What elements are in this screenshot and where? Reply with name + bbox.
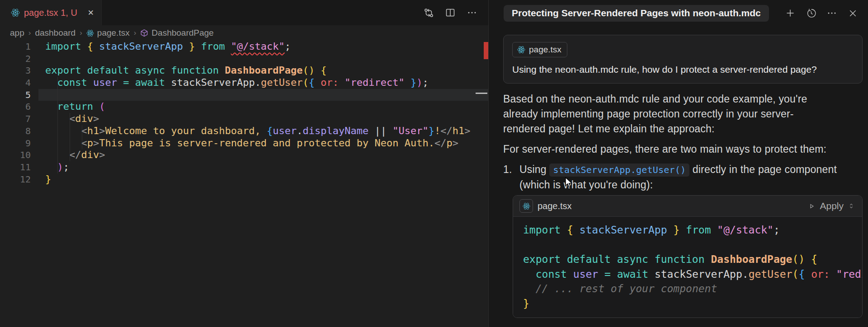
line-number: 2 (0, 53, 31, 65)
code-line[interactable]: <div> (38, 113, 488, 125)
close-panel-icon[interactable] (844, 5, 861, 21)
open-changes-icon[interactable] (421, 5, 436, 20)
code-block-filename: page.tsx (538, 201, 572, 211)
breadcrumb-item-app[interactable]: app (10, 28, 24, 38)
chat-header-icons (782, 5, 861, 21)
line-number: 9 (0, 137, 31, 149)
chat-header: Protecting Server-Rendered Pages with ne… (489, 0, 868, 26)
editor-actions (421, 0, 488, 25)
chat-title-tab[interactable]: Protecting Server-Rendered Pages with ne… (504, 5, 769, 22)
answer-text: Using (519, 164, 549, 175)
indent-guide (70, 113, 70, 161)
code-line: // ... rest of your component (523, 281, 862, 296)
code-line[interactable]: import { stackServerApp } from "@/stack"… (38, 41, 488, 53)
chat-code-block: page.tsx Apply import { stackServerApp }… (513, 195, 863, 318)
tab-label: page.tsx 1, U (24, 8, 77, 18)
line-number: 6 (0, 101, 31, 113)
breadcrumb-item-page-tsx[interactable]: page.tsx (86, 28, 130, 38)
list-line: (which is what you're doing): (519, 178, 837, 192)
react-icon (86, 29, 94, 37)
line-number: 11 (0, 161, 31, 173)
code-line[interactable]: <h1>Welcome to your dashboard, {user.dis… (38, 125, 488, 137)
code-line[interactable]: </div> (38, 149, 488, 161)
code-line[interactable]: ); (38, 161, 488, 173)
tab-bar: page.tsx 1, U ✕ (0, 0, 488, 25)
answer-text: directly in the page component (689, 164, 837, 175)
indent-guide (57, 77, 58, 173)
line-number: 12 (0, 173, 31, 186)
code-line: export default async function DashboardP… (523, 252, 862, 267)
code-line[interactable]: export default async function DashboardP… (38, 65, 488, 77)
app-window: page.tsx 1, U ✕ (0, 0, 868, 327)
line-number: 1 (0, 41, 31, 53)
breadcrumb-separator: › (134, 28, 137, 37)
answer-text: (which is what you're doing): (519, 179, 653, 191)
code-line (523, 238, 862, 252)
more-options-icon[interactable] (824, 5, 840, 21)
react-icon (523, 202, 530, 210)
breadcrumb-label: DashboardPage (151, 28, 213, 38)
overview-ruler-cursor-marker (476, 93, 487, 94)
code-line: const user = await stackServerApp.getUse… (523, 267, 862, 282)
breadcrumb-label: page.tsx (97, 28, 130, 38)
answer-paragraph: For server-rendered pages, there are two… (503, 142, 863, 157)
tab-page-tsx[interactable]: page.tsx 1, U ✕ (0, 0, 102, 25)
breadcrumb-separator: › (28, 28, 31, 37)
code-line[interactable]: <p>This page is server-rendered and prot… (38, 137, 488, 149)
code-line[interactable] (38, 53, 488, 65)
list-number: 1. (503, 162, 519, 192)
apply-button[interactable]: Apply (808, 201, 855, 211)
tab-close-icon[interactable]: ✕ (88, 8, 94, 18)
react-icon (11, 8, 20, 17)
new-chat-plus-icon[interactable] (782, 5, 798, 21)
breadcrumb-label: dashboard (35, 28, 75, 38)
history-icon[interactable] (803, 5, 819, 21)
code-line[interactable]: const user = await stackServerApp.getUse… (38, 77, 488, 89)
indent-guide (82, 125, 82, 149)
line-number-gutter: 123456789101112 (0, 41, 38, 185)
code-editor[interactable]: 123456789101112 import { stackServerApp … (0, 41, 488, 327)
answer-list-item: 1. Using stackServerApp.getUser() direct… (503, 162, 863, 192)
code-block-body: import { stackServerApp } from "@/stack"… (513, 217, 862, 318)
more-actions-icon[interactable] (465, 5, 479, 20)
code-block-header: page.tsx Apply (513, 196, 862, 217)
chat-panel: Protecting Server-Rendered Pages with ne… (488, 0, 868, 327)
user-message-card: page.tsx Using the neon-auth.mdc rule, h… (503, 35, 863, 84)
breadcrumb-item-dashboard[interactable]: dashboard (35, 28, 75, 38)
line-number: 10 (0, 149, 31, 161)
breadcrumb: app › dashboard › page.tsx › DashboardPa… (0, 25, 488, 41)
code-line: } (523, 296, 862, 311)
list-content: Using stackServerApp.getUser() directly … (519, 162, 837, 192)
editor-pane: page.tsx 1, U ✕ (0, 0, 488, 327)
breadcrumb-label: app (10, 28, 24, 38)
line-number: 7 (0, 113, 31, 125)
overview-ruler-error-marker (484, 42, 488, 59)
file-context-chip[interactable]: page.tsx (512, 42, 567, 57)
chat-body: page.tsx Using the neon-auth.mdc rule, h… (489, 35, 868, 318)
breadcrumb-item-dashboardpage[interactable]: DashboardPage (140, 28, 213, 38)
code-line[interactable] (38, 89, 488, 101)
symbol-function-cube-icon (140, 29, 148, 37)
code-line[interactable]: return ( (38, 101, 488, 113)
line-number: 5 (0, 89, 31, 101)
user-question-text: Using the neon-auth.mdc rule, how do I p… (512, 64, 854, 75)
inline-code: stackServerApp.getUser() (549, 164, 689, 177)
line-number: 8 (0, 125, 31, 137)
file-chip-label: page.tsx (529, 45, 561, 55)
line-number: 4 (0, 77, 31, 89)
code-line[interactable]: } (38, 173, 488, 186)
apply-label: Apply (820, 201, 844, 211)
play-icon (808, 202, 816, 210)
breadcrumb-separator: › (80, 28, 82, 37)
code-line: import { stackServerApp } from "@/stack"… (523, 223, 862, 238)
code-lines[interactable]: import { stackServerApp } from "@/stack"… (38, 41, 488, 185)
answer-paragraph: Based on the neon-auth.mdc rule and your… (503, 92, 863, 136)
split-editor-icon[interactable] (443, 5, 458, 20)
react-icon (517, 46, 525, 54)
line-number: 3 (0, 65, 31, 77)
list-line: Using stackServerApp.getUser() directly … (519, 162, 837, 178)
file-icon-chip (519, 199, 533, 213)
chevron-updown-icon[interactable] (848, 202, 855, 210)
